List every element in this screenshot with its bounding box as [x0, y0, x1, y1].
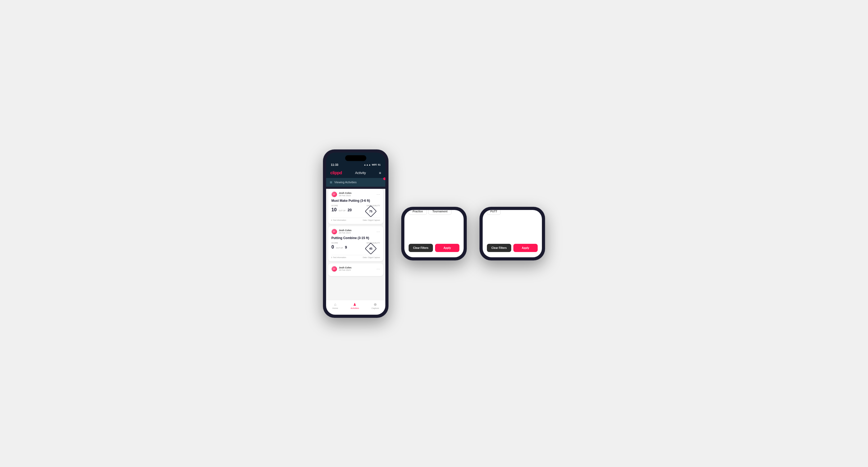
filter-drills-section-3: Practice Drills OTT APP ARG PUTT: [487, 210, 538, 215]
filter-modal-2: Filter ✕ Show Rounds Practice Drills Rou…: [404, 210, 464, 257]
status-icons-1: ▲▲▲ WiFi 51: [364, 163, 380, 166]
score-value-1: 10: [331, 207, 337, 212]
dynamic-island: [345, 155, 366, 161]
modal-actions-2: Clear Filters Apply: [409, 244, 459, 252]
nav-activities[interactable]: ♟ Activities: [351, 302, 359, 309]
out-of-label-1: OUT OF: [339, 210, 345, 212]
more-options-3[interactable]: ···: [377, 267, 380, 271]
screen-content-1: JC Josh Coles 28 Feb 2023 ··· Must Make …: [326, 189, 385, 300]
activity-title-1: Must Make Putting (3-6 ft): [331, 199, 380, 203]
shot-quality-badge-1: 75: [365, 205, 377, 217]
user-date-1: 28 Feb 2023: [339, 194, 351, 197]
putt-button[interactable]: PUTT: [487, 210, 501, 215]
footer-left-1: ℹ Test Information: [331, 219, 346, 221]
scene: 11:33 ▲▲▲ WiFi 51 clippd Activity ≡ ⊞ Vi…: [307, 133, 561, 334]
shot-quality-label-1: Shot Quality: [367, 205, 380, 207]
activities-label: Activities: [351, 307, 359, 309]
practice-round-button-2[interactable]: Practice: [409, 210, 427, 215]
nav-bar-1: clippd Activity ≡: [326, 168, 385, 178]
card-footer-1: ℹ Test Information Data: Clippd Capture: [331, 218, 380, 221]
battery-icon: 51: [378, 163, 380, 166]
phone-3: 11:33 ▲▲▲ WiFi 51 clippd Activity ≡ ⊞ Vi…: [479, 207, 545, 260]
viewing-bar-text-1: Viewing Activities: [334, 181, 356, 184]
phone-2: 11:33 ▲▲▲ WiFi 51 clippd Activity ≡ ⊞ Vi…: [401, 207, 467, 260]
nav-home[interactable]: ⌂ Home: [333, 302, 338, 309]
user-info-3: JC Josh Coles 28 Feb 2023: [331, 266, 351, 272]
score-label-1: Score: [331, 205, 367, 207]
stats-row-2: Score 0 OUT OF 9 Shot Quality 45: [331, 242, 380, 253]
modal-actions-3: Clear Filters Apply: [487, 244, 538, 252]
nav-capture[interactable]: ⊕ Capture: [372, 302, 379, 309]
score-value-2: 0: [331, 244, 334, 250]
user-name-3: Josh Coles: [339, 266, 351, 269]
apply-button-3[interactable]: Apply: [513, 244, 538, 252]
stats-row-1: Score 10 OUT OF 20 Shot Quality 75: [331, 205, 380, 216]
round-buttons-2: Practice Tournament: [409, 210, 459, 215]
capture-icon: ⊕: [374, 302, 377, 307]
filter-modal-3: Filter ✕ Show Rounds Practice Drills Pra…: [483, 210, 542, 257]
user-info-2: JC Josh Coles 28 Feb 2023: [331, 229, 351, 235]
card-footer-2: ℹ Test Information Data: Clippd Capture: [331, 255, 380, 259]
capture-label: Capture: [372, 307, 379, 309]
footer-left-2: ℹ Test Information: [331, 256, 346, 259]
user-date-2: 28 Feb 2023: [339, 232, 351, 234]
filter-rounds-section-2: Rounds Practice Tournament: [409, 210, 459, 215]
logo-1: clippd: [330, 170, 342, 175]
drill-buttons-3: OTT APP ARG PUTT: [487, 210, 538, 215]
bottom-nav-1: ⌂ Home ♟ Activities ⊕ Capture: [326, 300, 385, 315]
more-options-1[interactable]: ···: [377, 192, 380, 196]
avatar-1: JC: [331, 191, 337, 197]
info-icon-1: ℹ: [331, 219, 332, 221]
info-icon-2: ℹ: [331, 256, 332, 259]
viewing-bar-1[interactable]: ⊞ Viewing Activities: [326, 178, 385, 187]
activities-icon: ♟: [353, 302, 356, 307]
footer-right-2: Data: Clippd Capture: [363, 256, 380, 258]
user-date-3: 28 Feb 2023: [339, 269, 351, 271]
shots-value-1: 20: [347, 208, 352, 212]
avatar-2: JC: [331, 229, 337, 235]
clear-filters-button-2[interactable]: Clear Filters: [409, 244, 433, 252]
wifi-icon: WiFi: [372, 163, 377, 166]
notification-dot-1: [383, 178, 385, 180]
signal-icon: ▲▲▲: [364, 163, 371, 166]
activity-card-3[interactable]: JC Josh Coles 28 Feb 2023 ···: [328, 263, 383, 276]
shot-quality-label-2: Shot Quality: [367, 242, 380, 244]
nav-title-1: Activity: [355, 171, 366, 175]
home-icon: ⌂: [334, 302, 336, 307]
apply-button-2[interactable]: Apply: [435, 244, 459, 252]
user-name-1: Josh Coles: [339, 192, 351, 194]
footer-right-1: Data: Clippd Capture: [363, 219, 380, 221]
activity-card-2[interactable]: JC Josh Coles 28 Feb 2023 ··· Putting Co…: [328, 226, 383, 261]
hamburger-icon-1[interactable]: ≡: [379, 171, 381, 175]
viewing-bar-icon-1: ⊞: [330, 181, 332, 184]
out-of-label-2: OUT OF: [336, 247, 343, 249]
activity-card-1[interactable]: JC Josh Coles 28 Feb 2023 ··· Must Make …: [328, 189, 383, 224]
activity-title-2: Putting Combine (3-15 ft): [331, 236, 380, 240]
avatar-3: JC: [331, 266, 337, 272]
home-label: Home: [333, 307, 338, 309]
user-info-1: JC Josh Coles 28 Feb 2023: [331, 191, 351, 197]
phone-1: 11:33 ▲▲▲ WiFi 51 clippd Activity ≡ ⊞ Vi…: [323, 149, 389, 318]
more-options-2[interactable]: ···: [377, 230, 380, 234]
clear-filters-button-3[interactable]: Clear Filters: [487, 244, 511, 252]
shots-value-2: 9: [345, 245, 347, 249]
user-name-2: Josh Coles: [339, 229, 351, 232]
status-time-1: 11:33: [331, 163, 338, 166]
score-label-2: Score: [331, 242, 367, 244]
shot-quality-badge-2: 45: [365, 243, 377, 254]
tournament-button-2[interactable]: Tournament: [429, 210, 452, 215]
